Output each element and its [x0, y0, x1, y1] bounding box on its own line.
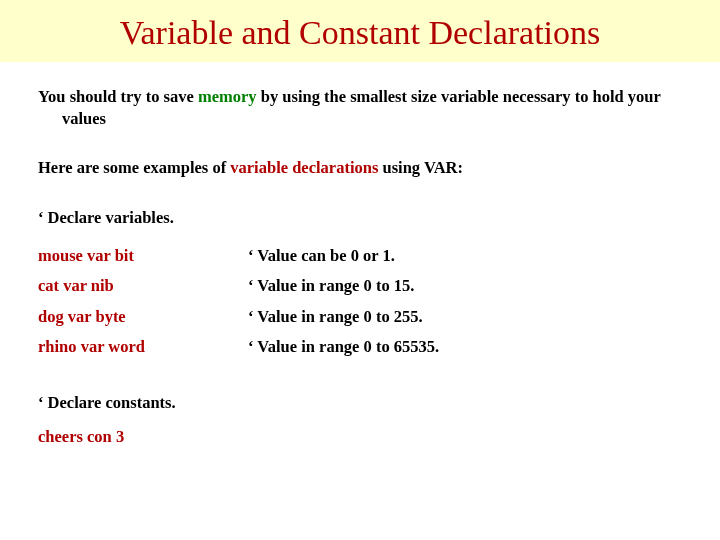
- decl-comment: ‘ Value in range 0 to 255.: [248, 302, 439, 332]
- declare-variables-heading: ‘ Declare variables.: [38, 207, 682, 229]
- table-row: mouse var bit ‘ Value can be 0 or 1.: [38, 241, 439, 271]
- decl-code: cat var nib: [38, 271, 248, 301]
- decl-code: dog var byte: [38, 302, 248, 332]
- examples-line: Here are some examples of variable decla…: [38, 157, 682, 179]
- table-row: rhino var word ‘ Value in range 0 to 655…: [38, 332, 439, 362]
- examples-suffix: using VAR:: [378, 158, 463, 177]
- title-bar: Variable and Constant Declarations: [0, 0, 720, 62]
- intro-memory: memory: [198, 87, 257, 106]
- decl-comment: ‘ Value can be 0 or 1.: [248, 241, 439, 271]
- table-row: cat var nib ‘ Value in range 0 to 15.: [38, 271, 439, 301]
- examples-highlight: variable declarations: [230, 158, 378, 177]
- page-title: Variable and Constant Declarations: [0, 14, 720, 52]
- decl-code: mouse var bit: [38, 241, 248, 271]
- decl-comment: ‘ Value in range 0 to 15.: [248, 271, 439, 301]
- examples-prefix: Here are some examples of: [38, 158, 230, 177]
- declarations-table: mouse var bit ‘ Value can be 0 or 1. cat…: [38, 241, 439, 362]
- const-code: cheers con 3: [38, 426, 682, 448]
- intro-paragraph: You should try to save memory by using t…: [38, 86, 682, 131]
- slide-content: You should try to save memory by using t…: [0, 62, 720, 449]
- table-row: dog var byte ‘ Value in range 0 to 255.: [38, 302, 439, 332]
- intro-prefix: You should try to save: [38, 87, 198, 106]
- decl-code: rhino var word: [38, 332, 248, 362]
- decl-comment: ‘ Value in range 0 to 65535.: [248, 332, 439, 362]
- declare-constants-heading: ‘ Declare constants.: [38, 392, 682, 414]
